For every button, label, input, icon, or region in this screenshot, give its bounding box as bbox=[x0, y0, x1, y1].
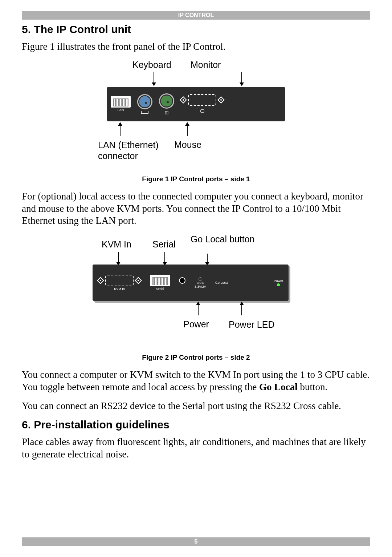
label-lan-connector: LAN (Ethernet) connector bbox=[98, 140, 163, 161]
power-jack-icon bbox=[199, 277, 202, 281]
power-led-group: Power bbox=[274, 279, 283, 286]
header-bar: IP CONTROL bbox=[22, 11, 370, 20]
footer-page-number: 5 bbox=[22, 537, 370, 546]
power-conn-icon-label: ⊖⊖⊖ bbox=[197, 281, 204, 284]
power-spec-label: 3.3V/2A bbox=[195, 285, 206, 288]
go-local-button-icon bbox=[179, 277, 185, 284]
figure-1: Keyboard Monitor LAN ◫ 🖵 LAN (Ethernet bbox=[98, 60, 294, 172]
serial-port-icon bbox=[150, 275, 170, 286]
section-5-heading: 5. The IP Control unit bbox=[22, 23, 370, 36]
arrow-up-icon bbox=[198, 304, 199, 315]
arrow-up-icon bbox=[241, 304, 242, 315]
section-5-intro: Figure 1 illustrates the front panel of … bbox=[22, 41, 370, 53]
monitor-port-group: 🖵 bbox=[181, 94, 224, 114]
monitor-icon: 🖵 bbox=[200, 109, 204, 114]
mouse-icon: ◫ bbox=[165, 110, 168, 115]
section-6-heading: 6. Pre-installation guidelines bbox=[22, 419, 370, 431]
figure-2-caption: Figure 2 IP Control ports – side 2 bbox=[22, 354, 370, 362]
arrow-down-icon bbox=[118, 252, 119, 263]
section-6-body: Place cables away from fluorescent light… bbox=[22, 436, 370, 461]
mouse-port-icon bbox=[159, 93, 174, 109]
figure-2: KVM In Serial Go Local button KVM In Ser… bbox=[85, 234, 307, 354]
vga-port-icon bbox=[188, 94, 216, 106]
label-monitor: Monitor bbox=[191, 60, 221, 70]
label-power: Power bbox=[183, 319, 209, 330]
vga-screw-icon bbox=[135, 277, 142, 284]
device-panel-side2: KVM In Serial ⊖⊖⊖ 3.3V/2A Go Local Power bbox=[93, 265, 289, 301]
para2-go-local-bold: Go Local bbox=[259, 382, 298, 392]
arrow-down-icon bbox=[241, 72, 242, 83]
arrow-down-icon bbox=[207, 254, 208, 263]
lan-port-label: LAN bbox=[118, 108, 124, 112]
paragraph-2: You connect a computer or KVM switch to … bbox=[22, 369, 370, 393]
power-led-icon bbox=[277, 283, 280, 286]
vga-screw-icon bbox=[217, 96, 225, 104]
lan-port bbox=[111, 96, 131, 108]
keyboard-port-icon bbox=[137, 94, 152, 109]
go-local-port-label: Go Local bbox=[215, 281, 228, 284]
lan-port-group: LAN bbox=[111, 96, 131, 112]
go-local-button-group bbox=[179, 277, 185, 288]
label-mouse: Mouse bbox=[174, 140, 201, 150]
arrow-up-icon bbox=[120, 125, 121, 136]
vga-screw-icon bbox=[97, 277, 104, 284]
paragraph-1: For (optional) local access to the conne… bbox=[22, 190, 370, 227]
label-keyboard: Keyboard bbox=[132, 60, 171, 70]
keyboard-icon bbox=[141, 111, 148, 114]
power-led-label-top: Power bbox=[274, 279, 283, 283]
device-panel-side1: LAN ◫ 🖵 bbox=[107, 87, 285, 121]
kvm-in-port-label: KVM In bbox=[114, 287, 125, 291]
vga-screw-icon bbox=[180, 96, 187, 104]
paragraph-3: You can connect an RS232 device to the S… bbox=[22, 400, 370, 412]
label-go-local: Go Local button bbox=[191, 234, 255, 245]
arrow-up-icon bbox=[187, 125, 188, 136]
arrow-down-icon bbox=[154, 72, 154, 83]
keyboard-port-group bbox=[137, 94, 152, 114]
serial-port-group: Serial bbox=[150, 275, 170, 291]
mouse-port-group: ◫ bbox=[159, 93, 174, 115]
serial-port-label: Serial bbox=[156, 287, 164, 291]
power-port-group: ⊖⊖⊖ 3.3V/2A bbox=[195, 277, 206, 288]
figure-1-caption: Figure 1 IP Control ports – side 1 bbox=[22, 175, 370, 183]
label-power-led: Power LED bbox=[229, 319, 274, 330]
label-serial: Serial bbox=[152, 239, 176, 250]
kvm-in-port-icon bbox=[105, 275, 134, 286]
arrow-down-icon bbox=[164, 252, 165, 263]
kvm-in-port-group: KVM In bbox=[98, 275, 141, 291]
label-kvm-in: KVM In bbox=[102, 239, 131, 250]
para2-text-post: button. bbox=[298, 382, 328, 392]
